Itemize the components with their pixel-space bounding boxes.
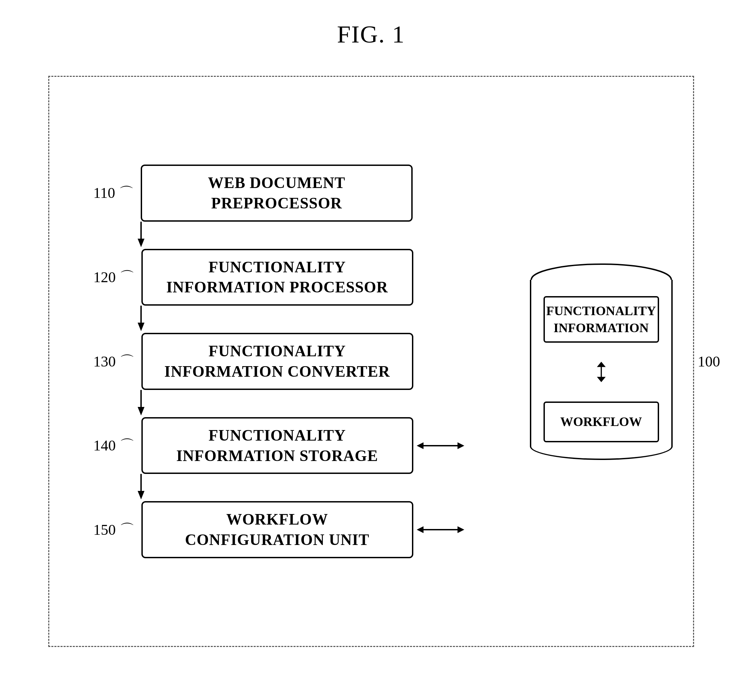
ref-110: 110 ⌒: [93, 183, 134, 203]
block-web-document-preprocessor: WEB DOCUMENT PREPROCESSOR: [141, 165, 413, 222]
svg-marker-17: [597, 377, 606, 382]
db-arrow-between-blocks: [593, 362, 610, 382]
arrow-150-db: [417, 521, 464, 538]
ref-140: 140 ⌒: [93, 436, 135, 455]
ref-150: 150 ⌒: [93, 520, 135, 540]
arrow-140-150: [131, 474, 151, 501]
ref-120: 120 ⌒: [93, 267, 135, 287]
svg-marker-11: [417, 526, 424, 533]
svg-marker-10: [138, 491, 144, 500]
db-block-workflow: WORKFLOW: [543, 401, 659, 442]
block-row-120: 120 ⌒ FUNCTIONALITY INFORMATION PROCESSO…: [93, 249, 413, 306]
figure-title: FIG. 1: [337, 21, 405, 49]
svg-marker-6: [417, 442, 424, 449]
ref-130: 130 ⌒: [93, 352, 135, 371]
svg-marker-8: [458, 442, 464, 449]
svg-marker-13: [458, 526, 464, 533]
page: FIG. 1 100 110 ⌒ WEB DOCUMENT PREPROCESS…: [0, 0, 742, 700]
database-container: FUNCTIONALITY INFORMATION: [530, 263, 673, 460]
cylinder-shape: FUNCTIONALITY INFORMATION: [530, 263, 673, 460]
arrow-130-140: [131, 390, 151, 417]
block-row-110: 110 ⌒ WEB DOCUMENT PREPROCESSOR: [93, 165, 413, 222]
arrow-140-db: [417, 437, 464, 454]
svg-marker-5: [138, 407, 144, 416]
svg-marker-3: [138, 323, 144, 331]
arrow-120-130: [131, 306, 151, 333]
db-block-functionality-info: FUNCTIONALITY INFORMATION: [543, 296, 659, 343]
arrow-110-120: [131, 222, 151, 249]
block-functionality-info-storage: FUNCTIONALITY INFORMATION STORAGE: [141, 417, 413, 474]
block-row-150: 150 ⌒ WORKFLOW CONFIGURATION UNIT: [93, 501, 464, 558]
svg-marker-1: [138, 239, 144, 247]
block-workflow-configuration-unit: WORKFLOW CONFIGURATION UNIT: [141, 501, 413, 558]
block-row-140: 140 ⌒ FUNCTIONALITY INFORMATION STORAGE: [93, 417, 464, 474]
block-functionality-info-processor: FUNCTIONALITY INFORMATION PROCESSOR: [141, 249, 413, 306]
diagram-container: 100 110 ⌒ WEB DOCUMENT PREPROCESSOR: [48, 76, 694, 647]
block-row-130: 130 ⌒ FUNCTIONALITY INFORMATION CONVERTE…: [93, 333, 413, 390]
block-functionality-info-converter: FUNCTIONALITY INFORMATION CONVERTER: [141, 333, 413, 390]
ref-100-label: 100: [698, 353, 720, 370]
svg-marker-15: [597, 362, 606, 367]
cylinder-inner: FUNCTIONALITY INFORMATION: [531, 280, 671, 458]
content-area: 110 ⌒ WEB DOCUMENT PREPROCESSOR 120 ⌒: [93, 97, 673, 626]
